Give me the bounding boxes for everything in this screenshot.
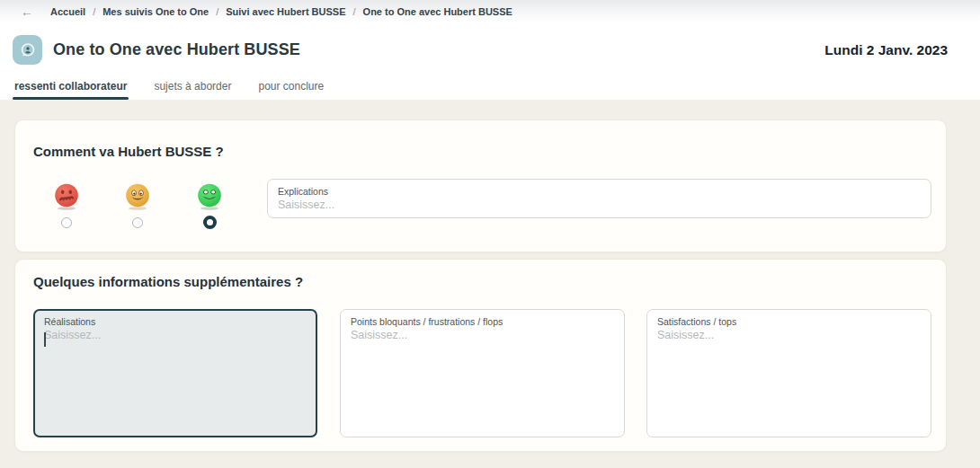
explanations-input[interactable] <box>278 199 921 216</box>
tab-ressenti-collaborateur[interactable]: ressenti collaborateur <box>13 80 129 100</box>
breadcrumb: Accueil / Mes suivis One to One / Suivi … <box>50 6 512 17</box>
realisations-label: Réalisations <box>44 316 307 327</box>
realisations-field[interactable]: Réalisations <box>33 309 317 437</box>
breadcrumb-item-mes-suivis[interactable]: Mes suivis One to One <box>102 6 209 17</box>
mood-neutral-radio[interactable] <box>132 217 143 228</box>
breadcrumb-separator: / <box>353 6 356 17</box>
realisations-input[interactable] <box>44 329 307 428</box>
points-bloquants-input[interactable] <box>351 329 614 428</box>
back-arrow-icon[interactable]: ← <box>16 5 38 18</box>
text-cursor <box>44 332 46 347</box>
meeting-date: Lundi 2 Janv. 2023 <box>824 42 948 58</box>
breadcrumb-separator: / <box>93 6 95 17</box>
mood-good-icon <box>197 183 222 210</box>
mood-bad-icon <box>54 183 79 210</box>
breadcrumb-item-accueil[interactable]: Accueil <box>50 6 85 17</box>
breadcrumb-item-suivi-avec[interactable]: Suivi avec Hubert BUSSE <box>226 6 345 17</box>
mood-section-title: Comment va Hubert BUSSE ? <box>33 144 224 159</box>
explanations-label: Explications <box>278 186 921 197</box>
mood-neutral-option[interactable] <box>123 183 152 232</box>
mood-good-option[interactable] <box>195 183 224 233</box>
satisfactions-label: Satisfactions / tops <box>657 316 921 327</box>
additional-info-card: Quelques informations supplémentaires ? … <box>14 259 947 452</box>
explanations-field[interactable]: Explications <box>267 179 931 218</box>
mood-good-radio[interactable] <box>203 216 217 229</box>
tab-bar: ressenti collaborateur sujets à aborder … <box>0 76 980 100</box>
tab-sujets-a-aborder[interactable]: sujets à aborder <box>152 80 233 100</box>
page-header: One to One avec Hubert BUSSE Lundi 2 Jan… <box>0 23 980 76</box>
satisfactions-field[interactable]: Satisfactions / tops <box>646 309 931 437</box>
page-title: One to One avec Hubert BUSSE <box>53 40 300 59</box>
tab-pour-conclure[interactable]: pour conclure <box>256 80 325 100</box>
chat-bubble-person-icon <box>13 35 42 65</box>
info-section-title: Quelques informations supplémentaires ? <box>33 274 303 289</box>
breadcrumb-separator: / <box>216 6 218 17</box>
breadcrumb-bar: ← Accueil / Mes suivis One to One / Suiv… <box>0 0 980 23</box>
points-bloquants-label: Points bloquants / frustrations / flops <box>351 316 614 327</box>
points-bloquants-field[interactable]: Points bloquants / frustrations / flops <box>340 309 625 437</box>
satisfactions-input[interactable] <box>657 329 921 428</box>
breadcrumb-item-one-to-one[interactable]: One to One avec Hubert BUSSE <box>363 6 512 17</box>
mood-card: Comment va Hubert BUSSE ? <box>14 119 947 252</box>
mood-bad-radio[interactable] <box>61 217 72 228</box>
mood-bad-option[interactable] <box>52 183 81 232</box>
mood-neutral-icon <box>125 183 150 210</box>
